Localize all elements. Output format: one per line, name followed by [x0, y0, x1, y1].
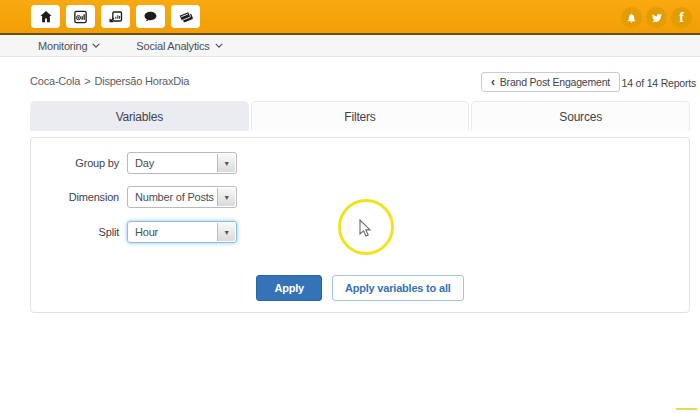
apply-variables-to-all-button[interactable]: Apply variables to all: [332, 275, 464, 301]
dimension-label: Dimension: [31, 191, 119, 203]
cards-icon[interactable]: [171, 5, 200, 28]
group-by-select[interactable]: Day ▼: [127, 152, 237, 174]
app-header: f: [0, 0, 700, 35]
group-by-value: Day: [135, 157, 154, 169]
facebook-icon[interactable]: f: [671, 7, 692, 28]
report-tabs: Variables Filters Sources: [30, 101, 690, 131]
split-select[interactable]: Hour ▼: [127, 221, 237, 243]
dropdown-arrow-icon[interactable]: ▼: [217, 223, 235, 241]
tab-variables[interactable]: Variables: [30, 101, 249, 131]
header-social-group: f: [621, 7, 692, 28]
add-chart-icon[interactable]: [66, 5, 95, 28]
breadcrumb: Coca-Cola>Dispersão HoraxDia: [30, 75, 189, 87]
reports-counter: 14 of 14 Reports: [622, 77, 696, 89]
home-icon[interactable]: [31, 5, 60, 28]
form-actions: Apply Apply variables to all: [31, 275, 689, 301]
variables-panel: Group by Day ▼ Dimension Number of Posts…: [30, 137, 690, 313]
bell-icon[interactable]: [621, 7, 642, 28]
dimension-select[interactable]: Number of Posts ▼: [127, 186, 237, 208]
chevron-down-icon: [92, 43, 100, 48]
header-icon-group: [0, 5, 200, 28]
dimension-value: Number of Posts: [135, 191, 214, 203]
split-value: Hour: [135, 226, 158, 238]
group-by-row: Group by Day ▼: [31, 152, 237, 174]
apply-button[interactable]: Apply: [256, 275, 322, 301]
twitter-icon[interactable]: [646, 7, 667, 28]
chevron-down-icon: [215, 43, 223, 48]
tab-sources[interactable]: Sources: [471, 101, 690, 131]
menu-item-monitoring[interactable]: Monitoring: [38, 40, 100, 52]
menu-item-social-analytics[interactable]: Social Analytics: [136, 40, 222, 52]
tab-filters[interactable]: Filters: [251, 101, 470, 131]
split-row: Split Hour ▼: [31, 221, 237, 243]
menu-label: Social Analytics: [136, 40, 209, 52]
split-label: Split: [31, 226, 119, 238]
chat-icon[interactable]: [136, 5, 165, 28]
group-by-label: Group by: [31, 157, 119, 169]
breadcrumb-report-name: Dispersão HoraxDia: [94, 75, 189, 87]
breadcrumb-report-group[interactable]: Coca-Cola: [30, 75, 80, 87]
dropdown-arrow-icon[interactable]: ▼: [217, 188, 235, 206]
menu-label: Monitoring: [38, 40, 87, 52]
chevron-left-icon: ‹: [491, 76, 495, 88]
facebook-glyph: f: [679, 11, 683, 25]
menubar: Monitoring Social Analytics: [0, 35, 700, 57]
breadcrumb-separator: >: [84, 75, 90, 87]
back-button-label: Brand Post Engagement: [500, 76, 610, 88]
video-progress-sliver: [676, 408, 697, 410]
back-to-report-button[interactable]: ‹ Brand Post Engagement: [481, 72, 620, 92]
dimension-row: Dimension Number of Posts ▼: [31, 186, 237, 208]
export-chart-icon[interactable]: [101, 5, 130, 28]
dropdown-arrow-icon[interactable]: ▼: [217, 154, 235, 172]
